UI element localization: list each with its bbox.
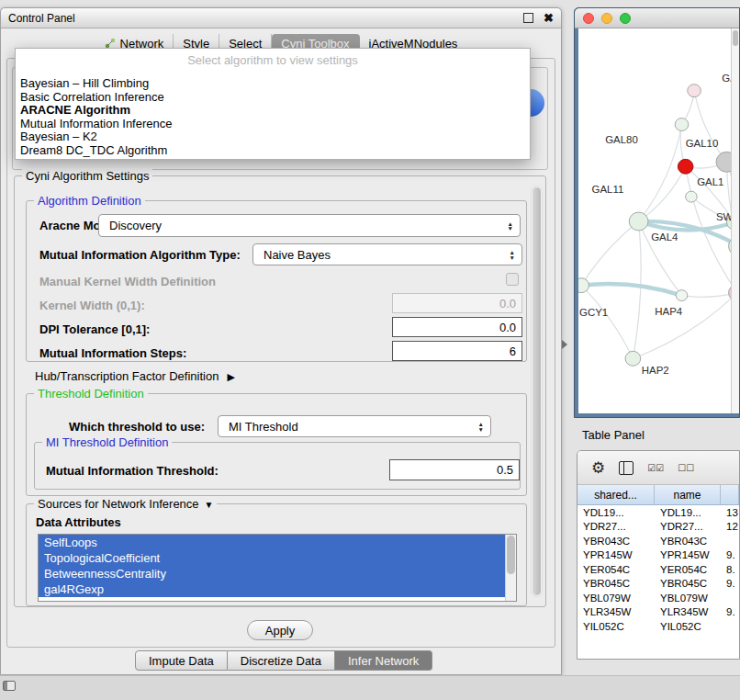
table-cell: 8.: [721, 564, 739, 575]
close-traffic-light[interactable]: [583, 13, 594, 24]
dpi-tolerance-field[interactable]: 0.0: [392, 317, 522, 337]
table-row[interactable]: YBL079WYBL079W: [577, 591, 739, 605]
bottom-tab-bar: Impute Data Discretize Data Infer Networ…: [135, 650, 432, 671]
table-header: shared... name: [577, 485, 739, 505]
mi-threshold-field[interactable]: 0.5: [389, 459, 520, 480]
minimize-traffic-light[interactable]: [601, 13, 612, 24]
table-cell: YPR145W: [655, 549, 721, 560]
network-edge[interactable]: [639, 166, 686, 221]
network-node[interactable]: [578, 278, 589, 293]
scrollbar-thumb[interactable]: [507, 536, 515, 574]
bottom-strip: [0, 675, 740, 700]
list-scrollbar[interactable]: [505, 535, 516, 601]
selected-value: Discovery: [109, 219, 162, 232]
table-row[interactable]: YBR045CYBR045C9.: [577, 577, 739, 592]
dropdown-placeholder: Select algorithm to view settings: [16, 49, 530, 77]
list-item[interactable]: gal4RGexp: [39, 581, 505, 597]
network-node[interactable]: [678, 159, 693, 174]
select-all-checkboxes-icon[interactable]: ☑☑: [647, 463, 664, 473]
list-item[interactable]: SelfLoops: [39, 535, 505, 550]
group-title: Algorithm Definition: [34, 194, 145, 208]
tab-discretize-data[interactable]: Discretize Data: [228, 650, 335, 671]
dropdown-item[interactable]: Basic Correlation Inference: [16, 91, 530, 105]
panel-toggle-icon[interactable]: [3, 681, 16, 691]
tab-impute-data[interactable]: Impute Data: [135, 650, 228, 671]
control-panel-titlebar[interactable]: Control Panel ✖: [1, 8, 561, 28]
network-node-label: GAL4: [651, 231, 678, 243]
column-header-name[interactable]: name: [655, 485, 721, 504]
table-cell: YIL052C: [655, 621, 721, 632]
table-row[interactable]: YER054CYER054C8.: [577, 562, 739, 577]
close-icon[interactable]: ✖: [544, 12, 554, 24]
network-node[interactable]: [625, 351, 641, 366]
table-cell: 9.: [721, 549, 739, 560]
field-value: 0.0: [499, 321, 516, 334]
manual-kernel-checkbox[interactable]: [506, 273, 519, 286]
apply-button[interactable]: Apply: [247, 620, 313, 640]
table-cell: YDR27...: [577, 521, 655, 532]
hub-definition-section[interactable]: Hub/Transcription Factor Definition▶: [35, 369, 235, 383]
settings-scrollbar[interactable]: [531, 186, 543, 597]
network-edge[interactable]: [581, 221, 639, 286]
zoom-traffic-light[interactable]: [620, 13, 631, 24]
splitter-arrow-icon[interactable]: [562, 340, 567, 349]
network-edge[interactable]: [633, 293, 737, 359]
network-edge[interactable]: [639, 125, 682, 221]
data-attributes-label: Data Attributes: [36, 515, 121, 529]
network-scrollbar[interactable]: [731, 28, 739, 413]
gear-icon[interactable]: ⚙: [591, 460, 605, 476]
table-cell: YER054C: [655, 564, 721, 575]
column-header-extra[interactable]: [721, 485, 739, 504]
network-edge[interactable]: [694, 91, 726, 163]
dropdown-item[interactable]: Dream8 DC_TDC Algorithm: [16, 144, 530, 158]
network-node[interactable]: [688, 85, 701, 97]
table-row[interactable]: YIL052CYIL052C: [577, 619, 739, 634]
list-item[interactable]: TopologicalCoefficient: [39, 550, 505, 566]
expand-right-icon[interactable]: ▶: [227, 371, 234, 382]
aracne-mode-select[interactable]: Discovery ▲▼: [98, 214, 521, 237]
which-threshold-select[interactable]: MI Threshold ▲▼: [218, 415, 491, 437]
network-edge[interactable]: [581, 284, 681, 296]
columns-icon[interactable]: [619, 461, 633, 475]
table-row[interactable]: YDL19...YDL19...13: [577, 505, 739, 520]
data-attributes-list[interactable]: SelfLoops TopologicalCoefficient Between…: [38, 534, 517, 602]
window-title: Control Panel: [8, 12, 523, 25]
mi-steps-field[interactable]: 6: [392, 341, 522, 361]
network-node[interactable]: [675, 119, 689, 131]
list-item[interactable]: BetweennessCentrality: [39, 566, 505, 581]
dropdown-item[interactable]: Mutual Information Inference: [16, 118, 530, 131]
float-window-icon[interactable]: [523, 13, 533, 23]
kernel-width-field[interactable]: 0.0: [392, 293, 522, 313]
which-threshold-label: Which threshold to use:: [69, 420, 205, 434]
network-graph[interactable]: GAL8GAL80GAL10GAL11GAL1SWI4GAL4GCY1HAP4H…: [578, 28, 739, 413]
network-node[interactable]: [629, 212, 648, 231]
network-node[interactable]: [686, 191, 698, 202]
dropdown-item[interactable]: Bayesian – Hill Climbing: [16, 77, 530, 91]
column-header-shared-name[interactable]: shared...: [577, 485, 655, 504]
table-row[interactable]: YLR345WYLR345W9.: [577, 605, 739, 620]
group-title: MI Threshold Definition: [42, 435, 172, 449]
sources-title[interactable]: Sources for Network Inference▼: [34, 497, 217, 512]
network-edge[interactable]: [633, 221, 641, 358]
mi-type-select[interactable]: Naive Bayes ▲▼: [252, 243, 522, 265]
combo-arrows-icon: ▲▼: [508, 220, 513, 231]
tab-infer-network[interactable]: Infer Network: [335, 650, 432, 671]
selected-value: Naive Bayes: [263, 248, 331, 262]
network-edge[interactable]: [581, 286, 633, 359]
table-row[interactable]: YDR27...YDR27...12: [577, 520, 739, 535]
network-canvas[interactable]: GAL8GAL80GAL10GAL11GAL1SWI4GAL4GCY1HAP4H…: [578, 28, 739, 413]
deselect-all-checkboxes-icon[interactable]: ☐☐: [678, 463, 694, 473]
scrollbar-thumb[interactable]: [533, 187, 541, 595]
network-window-titlebar[interactable]: [575, 8, 739, 28]
table-row[interactable]: YBR043CYBR043C: [577, 534, 739, 548]
table-row[interactable]: YPR145WYPR145W9.: [577, 548, 739, 563]
combo-arrows-icon: ▲▼: [510, 250, 515, 260]
hub-definition-label: Hub/Transcription Factor Definition: [35, 369, 219, 383]
dropdown-item[interactable]: Bayesian – K2: [16, 130, 530, 144]
collapse-down-icon[interactable]: ▼: [205, 500, 214, 510]
dropdown-item-selected[interactable]: ARACNE Algorithm: [16, 104, 530, 118]
scrollbar-thumb[interactable]: [733, 30, 738, 46]
network-node[interactable]: [676, 290, 688, 301]
algorithm-dropdown-popup: Select algorithm to view settings Bayesi…: [15, 48, 531, 160]
mi-steps-label: Mutual Information Steps:: [39, 346, 186, 360]
